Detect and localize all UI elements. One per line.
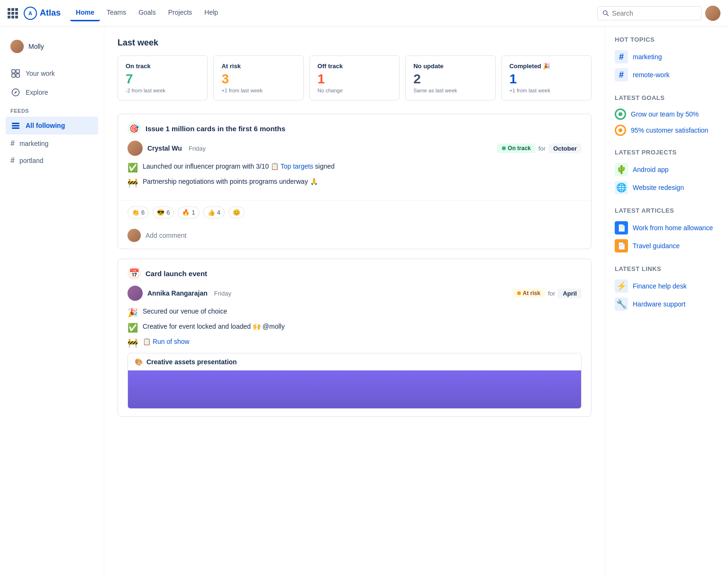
sidebar-feed-marketing[interactable]: # marketing — [6, 135, 98, 152]
feed-update-1-date: Friday — [189, 145, 206, 152]
hash-icon-marketing: # — [10, 139, 15, 148]
nav-goals[interactable]: Goals — [133, 5, 162, 21]
feed-card-2-body: Annika Rangarajan Friday At risk for Apr… — [118, 286, 591, 416]
stat-on-track: On track 7 -2 from last week — [118, 55, 208, 100]
reaction-clap-1[interactable]: 👏 6 — [127, 207, 149, 218]
stat-on-track-label: On track — [126, 63, 200, 70]
link-icon-1: 📋 — [271, 162, 279, 170]
search-input[interactable] — [612, 9, 696, 17]
search-icon — [602, 9, 609, 17]
feed-card-1: 🎯 Issue 1 million cards in the first 6 m… — [118, 114, 592, 249]
link-hardware-support[interactable]: 🔧 Hardware support — [615, 295, 719, 313]
badge-for-2: for — [548, 290, 555, 297]
stat-off-track-sub: No change — [318, 88, 391, 93]
stat-no-update-label: No update — [413, 63, 487, 70]
nav-links: Home Teams Goals Projects Help — [70, 5, 597, 21]
goal-ring-green-icon — [615, 108, 626, 120]
construction-icon-1: 🚧 — [127, 178, 138, 188]
top-targets-link[interactable]: Top targets — [281, 162, 313, 170]
feeds-section-label: Feeds — [6, 102, 98, 117]
page-layout: Molly Your work Explore Feeds All follow… — [0, 27, 728, 576]
goal-customer-satisfaction-label: 95% customer satisfaction — [631, 126, 708, 134]
feed-update-item-1-1: 🚧 Partnership negotiations with points p… — [127, 178, 582, 188]
all-following-icon — [10, 120, 21, 131]
feed-update-item-2-0: 🎉 Secured our venue of choice — [127, 307, 582, 318]
goal-customer-satisfaction[interactable]: 95% customer satisfaction — [615, 122, 719, 138]
stat-off-track-value: 1 — [318, 72, 391, 87]
compass-icon — [10, 87, 21, 98]
nav-help[interactable]: Help — [199, 5, 224, 21]
reaction-cool-1[interactable]: 😎 6 — [153, 207, 174, 218]
stat-completed: Completed 🎉 1 +1 from last week — [501, 55, 592, 100]
svg-rect-8 — [12, 123, 19, 124]
run-of-show-link[interactable]: Run of show — [153, 338, 190, 345]
stat-at-risk-value: 3 — [221, 72, 295, 87]
stat-no-update-value: 2 — [413, 72, 487, 87]
project-website-redesign[interactable]: 🌐 Website redesign — [615, 179, 719, 197]
svg-rect-3 — [16, 70, 19, 73]
search-box[interactable] — [597, 6, 701, 20]
party-icon-2: 🎉 — [127, 307, 138, 318]
feed-author-1-avatar — [127, 141, 143, 156]
feed-update-item-2-2: 🚧 📋 Run of show — [127, 338, 582, 348]
link-finance-help[interactable]: ⚡ Finance help desk — [615, 277, 719, 295]
sidebar-user[interactable]: Molly — [6, 36, 98, 57]
feed-card-1-header: 🎯 Issue 1 million cards in the first 6 m… — [118, 114, 591, 141]
article-travel-guidance[interactable]: 📄 Travel guidance — [615, 237, 719, 255]
hot-topics-title: Hot topics — [615, 36, 719, 43]
article-travel-label: Travel guidance — [633, 242, 680, 250]
logo-icon: A — [24, 7, 37, 20]
hot-topic-marketing[interactable]: # marketing — [615, 48, 719, 66]
nav-search-area — [597, 6, 720, 21]
stat-on-track-value: 7 — [126, 72, 200, 87]
nav-projects[interactable]: Projects — [163, 5, 198, 21]
nav-teams[interactable]: Teams — [101, 5, 132, 21]
reaction-fire-1[interactable]: 🔥 1 — [178, 207, 199, 218]
sidebar-feed-portland-label: portland — [19, 157, 44, 164]
reaction-smile-1[interactable]: 😊 — [228, 207, 245, 218]
feed-card-2-header: 📅 Card launch event — [118, 259, 591, 286]
feed-update-item-1-0: ✅ Launched our influencer program with 3… — [127, 162, 582, 173]
feed-update-item-2-1: ✅ Creative for event locked and loaded 🙌… — [127, 323, 582, 333]
hot-topic-remote-work[interactable]: # remote-work — [615, 66, 719, 84]
finance-icon: ⚡ — [615, 279, 628, 293]
svg-rect-5 — [16, 74, 19, 77]
logo[interactable]: A Atlas — [24, 7, 61, 20]
project-android-app[interactable]: 🌵 Android app — [615, 161, 719, 179]
sidebar-item-explore[interactable]: Explore — [6, 83, 98, 101]
latest-links-title: Latest links — [615, 265, 719, 272]
article-work-from-home[interactable]: 📄 Work from home allowance — [615, 219, 719, 237]
user-avatar-topnav[interactable] — [705, 6, 720, 21]
article-travel-icon: 📄 — [615, 239, 628, 252]
hot-topics-section: Hot topics # marketing # remote-work — [615, 36, 719, 84]
hot-topic-marketing-label: marketing — [633, 53, 662, 61]
latest-projects-title: Latest projects — [615, 149, 719, 156]
stats-row: On track 7 -2 from last week At risk 3 +… — [118, 55, 592, 100]
feed-card-2-icon: 📅 — [127, 267, 141, 280]
feed-update-1-header: Crystal Wu Friday On track for October — [127, 141, 582, 156]
sidebar-feed-portland[interactable]: # portland — [6, 153, 98, 169]
hot-topic-remote-work-label: remote-work — [633, 71, 670, 79]
stat-completed-label: Completed 🎉 — [510, 63, 583, 70]
feed-status-badges-2: At risk for April — [512, 288, 582, 298]
feed-update-2-date: Friday — [214, 290, 231, 297]
sidebar-item-your-work[interactable]: Your work — [6, 64, 98, 82]
sidebar-item-your-work-label: Your work — [26, 70, 55, 77]
latest-goals-section: Latest goals Grow our team by 50% 95% cu… — [615, 94, 719, 138]
right-panel: Hot topics # marketing # remote-work Lat… — [605, 27, 728, 576]
nav-home[interactable]: Home — [70, 5, 100, 21]
hardware-icon: 🔧 — [615, 297, 628, 311]
apps-grid-button[interactable] — [8, 8, 18, 18]
comment-input-1[interactable]: Add comment — [146, 232, 186, 239]
feed-author-2-avatar — [127, 286, 143, 301]
sidebar-feed-all-following[interactable]: All following — [6, 117, 98, 135]
check-icon-2: ✅ — [127, 323, 138, 333]
latest-articles-section: Latest articles 📄 Work from home allowan… — [615, 207, 719, 255]
feed-author-2-name: Annika Rangarajan — [147, 289, 208, 297]
feed-status-badges-1: On track for October — [497, 144, 582, 153]
latest-goals-title: Latest goals — [615, 94, 719, 101]
reaction-thumbs-1[interactable]: 👍 4 — [203, 207, 225, 218]
goal-grow-team[interactable]: Grow our team by 50% — [615, 106, 719, 122]
hash-icon-portland: # — [10, 156, 15, 165]
nested-card-creative[interactable]: 🎨 Creative assets presentation — [127, 353, 582, 409]
